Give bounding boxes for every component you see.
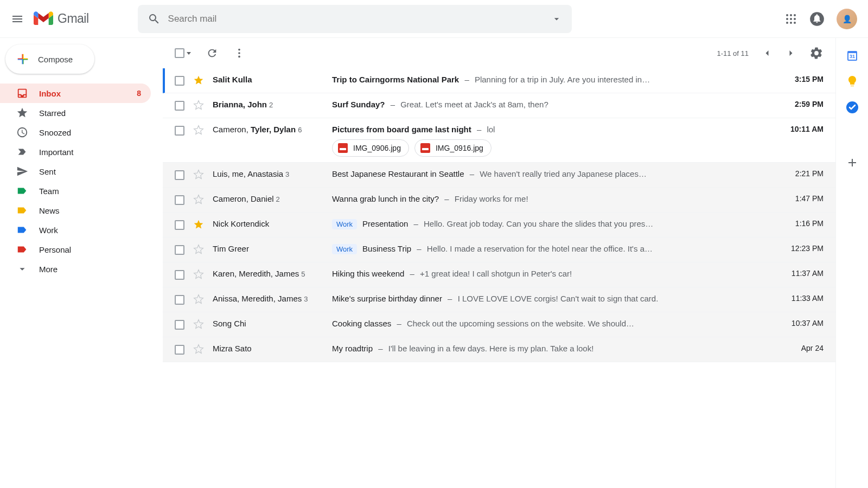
image-icon [338,143,348,153]
star-icon[interactable] [193,319,204,330]
mail-row[interactable]: Salit Kulla Trip to Cairngorms National … [163,68,835,93]
prev-page-icon[interactable] [762,48,773,59]
mail-row[interactable]: Luis, me, Anastasia3 Best Japanese Resta… [163,163,835,188]
menu-icon[interactable] [11,12,24,25]
star-icon[interactable] [193,100,204,111]
sidebar-item-personal[interactable]: Personal [0,240,151,259]
tag-icon [16,185,28,197]
caret-down-icon [187,52,191,55]
row-body: Mike's surprise birthday dinner – I LOVE… [332,293,775,303]
label-chip[interactable]: Work [332,219,357,229]
sidebar-item-inbox[interactable]: Inbox8 [0,84,151,103]
row-checkbox[interactable] [175,320,184,330]
subject: Best Japanese Restaurant in Seattle [332,169,464,178]
mail-row[interactable]: Nick Kortendick Work Presentation – Hell… [163,213,835,237]
sidebar-item-sent[interactable]: Sent [0,162,151,181]
svg-point-2 [794,14,796,16]
star-icon[interactable] [193,219,204,230]
row-checkbox[interactable] [175,295,184,305]
notifications-icon[interactable] [809,11,825,27]
snippet: We haven't really tried any Japanese pla… [480,169,647,178]
svg-point-7 [790,22,792,24]
header: Gmail 👤 [0,0,868,38]
mail-row[interactable]: Cameron, Tyler, Dylan6 Pictures from boa… [163,118,835,163]
mail-row[interactable]: Karen, Meredith, James5 Hiking this week… [163,262,835,287]
nav-label: Team [39,187,59,196]
mail-row[interactable]: Mizra Sato My roadtrip – I'll be leaving… [163,337,835,362]
attachment-chip[interactable]: IMG_0906.jpg [332,139,409,157]
mail-row[interactable]: Brianna, John2 Surf Sunday? – Great. Let… [163,93,835,118]
svg-point-10 [238,49,240,51]
expand-icon [16,263,28,275]
toolbar: 1-11 of 11 [163,38,835,68]
star-icon[interactable] [193,75,204,86]
time: 2:21 PM [775,168,824,178]
attachment-chip[interactable]: IMG_0916.jpg [414,139,492,157]
time: Apr 24 [775,343,824,352]
sidebar-item-team[interactable]: Team [0,181,151,201]
clock-icon [16,126,28,138]
sidebar-item-starred[interactable]: Starred [0,103,151,123]
sidebar: Compose Inbox8StarredSnoozedImportantSen… [0,38,163,488]
row-checkbox[interactable] [175,76,184,86]
star-icon[interactable] [193,194,204,205]
search-bar[interactable] [138,5,572,33]
thread-count: 2 [276,195,280,203]
mail-row[interactable]: Cameron, Daniel2 Wanna grab lunch in the… [163,188,835,213]
snippet: Check out the upcoming sessions on the w… [407,319,634,328]
search-input[interactable] [168,14,551,24]
sidebar-item-work[interactable]: Work [0,220,151,240]
snippet: lol [487,125,495,134]
sidebar-item-snoozed[interactable]: Snoozed [0,123,151,142]
calendar-icon[interactable]: 31 [846,49,859,62]
mail-row[interactable]: Anissa, Meredith, James3 Mike's surprise… [163,287,835,312]
nav-label: News [39,206,60,215]
tasks-icon[interactable] [846,101,859,114]
row-checkbox[interactable] [175,270,184,280]
compose-label: Compose [38,55,73,64]
attachment-name: IMG_0906.jpg [353,144,401,152]
row-checkbox[interactable] [175,101,184,111]
row-checkbox[interactable] [175,195,184,205]
star-icon[interactable] [193,294,204,305]
star-icon[interactable] [193,169,204,180]
row-body: Trip to Cairngorms National Park – Plann… [332,74,775,84]
compose-button[interactable]: Compose [5,44,94,74]
sender: Nick Kortendick [213,218,332,228]
settings-icon[interactable] [809,46,824,60]
keep-icon[interactable] [846,75,859,88]
row-checkbox[interactable] [175,245,184,255]
select-all[interactable] [175,48,191,58]
star-icon[interactable] [193,269,204,280]
row-checkbox[interactable] [175,170,184,180]
inbox-icon [16,87,28,99]
add-icon[interactable] [846,156,859,169]
next-page-icon[interactable] [786,48,796,59]
more-icon[interactable] [233,47,245,59]
time: 2:59 PM [775,99,824,108]
row-checkbox[interactable] [175,345,184,355]
search-options-icon[interactable] [551,14,562,24]
star-icon[interactable] [193,125,204,136]
mail-row[interactable]: Song Chi Cooking classes – Check out the… [163,312,835,337]
logo-text: Gmail [58,11,89,26]
label-chip[interactable]: Work [332,244,357,254]
sidebar-item-news[interactable]: News [0,201,151,220]
snippet: Hello. Great job today. Can you share th… [424,219,653,228]
row-checkbox[interactable] [175,220,184,230]
nav-label: Snoozed [39,128,71,137]
sender: Luis, me, Anastasia3 [213,168,332,178]
star-icon[interactable] [193,244,204,255]
refresh-icon[interactable] [206,47,218,59]
gmail-logo[interactable]: Gmail [34,11,89,27]
star-icon[interactable] [193,344,204,355]
account-avatar[interactable]: 👤 [837,9,857,29]
sidebar-item-more[interactable]: More [0,259,151,279]
svg-point-12 [238,56,240,58]
sender: Salit Kulla [213,74,332,84]
sidebar-item-important[interactable]: Important [0,142,151,162]
mail-row[interactable]: Tim Greer Work Business Trip – Hello. I … [163,237,835,262]
apps-icon[interactable] [784,12,797,25]
row-checkbox[interactable] [175,126,184,136]
thread-count: 3 [285,170,289,178]
